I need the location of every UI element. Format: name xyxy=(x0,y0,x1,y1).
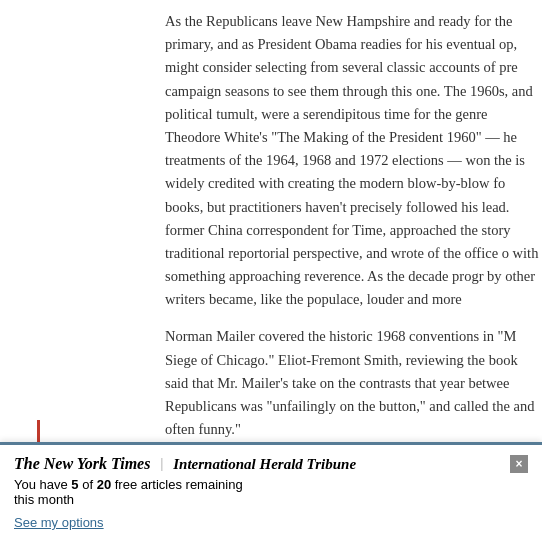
articles-remaining-message: You have 5 of 20 free articles remaining… xyxy=(14,477,528,507)
message-line2: this month xyxy=(14,492,74,507)
nyt-logo-area: The New York Times | International Heral… xyxy=(14,455,356,473)
article-paragraph-1: As the Republicans leave New Hampshire a… xyxy=(165,10,542,311)
article-paragraph-2: Norman Mailer covered the historic 1968 … xyxy=(165,325,542,441)
nyt-banner-header: The New York Times | International Heral… xyxy=(14,455,528,473)
articles-count: 5 xyxy=(71,477,78,492)
iht-logo: International Herald Tribune xyxy=(173,456,356,473)
close-button[interactable]: × xyxy=(510,455,528,473)
total-count: 20 xyxy=(97,477,111,492)
logo-divider: | xyxy=(160,456,163,472)
message-middle: of xyxy=(79,477,97,492)
message-prefix: You have xyxy=(14,477,71,492)
nyt-banner: The New York Times | International Heral… xyxy=(0,442,542,543)
nyt-logo: The New York Times xyxy=(14,455,150,473)
see-options-link[interactable]: See my options xyxy=(14,515,104,530)
message-suffix: free articles remaining xyxy=(111,477,243,492)
